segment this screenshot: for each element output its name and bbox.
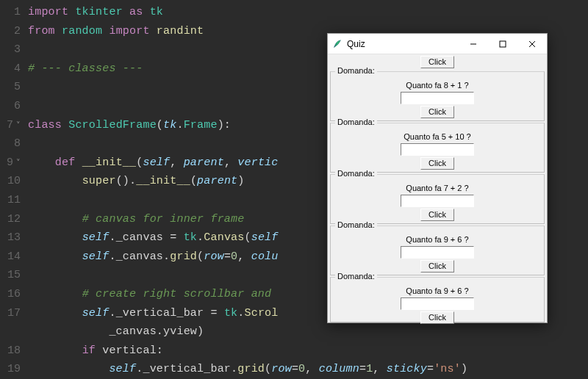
click-button[interactable]: Click [420,106,454,118]
question-text: Quanto fa 8 + 1 ? [335,81,539,90]
line-number: 6 [0,97,21,116]
group-label: Domanda: [335,272,377,281]
question-text: Quanto fa 9 + 6 ? [335,286,539,295]
question-group: Domanda:Quanto fa 8 + 1 ?Click [330,71,545,121]
group-label: Domanda: [335,66,377,75]
line-number: 1 [0,3,21,22]
line-number: 18 [0,342,21,361]
code-line[interactable]: import tkinter as tk [28,3,588,22]
click-button[interactable]: Click [420,56,454,68]
line-number: 11 [0,191,21,210]
group-label: Domanda: [335,220,377,229]
question-group: Domanda:Quanto fa 9 + 6 ?Click [330,277,545,322]
svg-rect-1 [500,41,506,47]
window-buttons [459,34,547,54]
group-label: Domanda: [335,169,377,178]
question-group: Domanda:Quanto fa 5 + 10 ?Click [330,123,545,173]
quiz-window: Quiz Click Domanda:Quanto fa 8 + 1 ?Clic… [327,33,548,323]
question-text: Quanto fa 9 + 6 ? [335,235,539,244]
click-button[interactable]: Click [420,260,454,272]
answer-input[interactable] [401,143,474,156]
question-group: Domanda:Quanto fa 7 + 2 ?Click [330,174,545,224]
line-number: 5 [0,78,21,97]
answer-input[interactable] [401,297,474,310]
line-number: 9˅ [0,154,21,173]
quiz-body: Click Domanda:Quanto fa 8 + 1 ?ClickDoma… [328,54,547,322]
line-number: 10 [0,172,21,191]
close-button[interactable] [517,34,547,54]
code-line[interactable]: self._vertical_bar.grid(row=0, column=1,… [28,360,588,379]
code-line[interactable]: _canvas.yview) [28,322,588,342]
line-number-gutter: 1234567˅89˅1011121314151617181920 [0,3,28,379]
click-button[interactable]: Click [420,209,454,221]
answer-input[interactable] [401,195,474,207]
line-number: 17 [0,304,21,323]
window-titlebar[interactable]: Quiz [328,34,547,54]
question-text: Quanto fa 7 + 2 ? [335,184,539,192]
line-number: 12 [0,210,21,229]
line-number: 2 [0,22,21,41]
window-title: Quiz [347,39,459,49]
answer-input[interactable] [401,246,474,259]
maximize-button[interactable] [488,34,517,54]
question-group: Domanda:Quanto fa 9 + 6 ?Click [330,225,545,275]
code-line[interactable]: if vertical: [28,342,588,361]
line-number: 16 [0,285,21,304]
group-label: Domanda: [335,118,377,126]
line-number: 8 [0,134,21,154]
line-number: 13 [0,228,21,248]
answer-input[interactable] [401,92,474,104]
tk-feather-icon [332,39,343,49]
line-number: 4 [0,59,21,79]
line-number: 3 [0,40,21,59]
line-number [0,322,21,342]
minimize-button[interactable] [459,34,488,54]
line-number: 14 [0,248,21,267]
question-text: Quanto fa 5 + 10 ? [335,132,539,141]
click-button[interactable]: Click [420,311,454,324]
line-number: 19 [0,360,21,379]
line-number: 7˅ [0,116,21,135]
line-number: 15 [0,266,21,285]
click-button[interactable]: Click [420,157,454,170]
